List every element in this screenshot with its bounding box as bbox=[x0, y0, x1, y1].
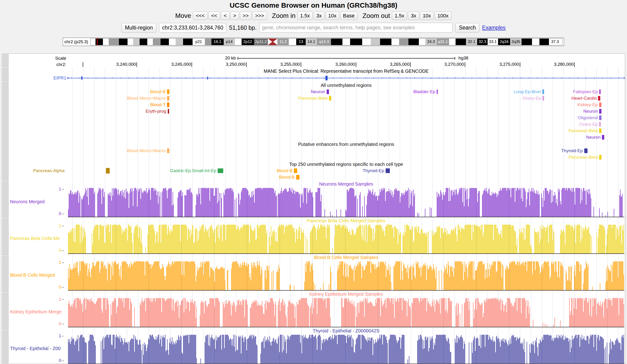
ideogram-band[interactable] bbox=[408, 39, 419, 45]
ideogram-band[interactable] bbox=[268, 39, 277, 45]
ideogram-band[interactable] bbox=[169, 39, 175, 45]
ideogram-band[interactable] bbox=[153, 39, 160, 45]
annotation-item[interactable]: Blood-B bbox=[294, 168, 297, 173]
gene-exon[interactable] bbox=[325, 76, 327, 80]
ideogram-band[interactable] bbox=[183, 39, 193, 45]
ideogram-band[interactable]: 2q34 bbox=[498, 39, 510, 45]
track-config-button[interactable] bbox=[2, 219, 9, 255]
annotation-item[interactable]: Pancreas-Beta bbox=[599, 128, 601, 133]
zoom-in-button[interactable]: 10x bbox=[325, 12, 339, 20]
move-button[interactable]: <<< bbox=[193, 12, 208, 20]
annotation-item[interactable]: Fallopian-Ep bbox=[599, 89, 601, 94]
ideogram-band[interactable] bbox=[380, 39, 391, 45]
ideogram-band[interactable] bbox=[522, 39, 532, 45]
ideogram-band[interactable] bbox=[160, 39, 169, 45]
ideogram-band[interactable] bbox=[133, 39, 140, 45]
signal-plot[interactable] bbox=[68, 261, 624, 290]
annotation-item[interactable]: Heart-Cardio bbox=[598, 96, 600, 101]
ideogram-band[interactable] bbox=[128, 39, 133, 45]
track-config-button[interactable] bbox=[2, 330, 9, 363]
ideogram-bar[interactable]: p2116.1p142p122p11.211.21314.1q14.324.3q… bbox=[90, 38, 562, 45]
zoom-out-button[interactable]: 100x bbox=[435, 12, 451, 20]
ideogram-band[interactable] bbox=[235, 39, 241, 45]
annotation-item[interactable]: Thyroid-Ep bbox=[584, 149, 587, 153]
zoom-out-button[interactable]: 3x bbox=[408, 12, 419, 20]
annotation-item[interactable]: Gastric-Ep:Small-Int-Ep bbox=[218, 168, 223, 173]
annotation-item[interactable]: Blood-T bbox=[167, 103, 169, 107]
ideogram-band[interactable] bbox=[399, 39, 409, 45]
ideogram-band[interactable] bbox=[331, 39, 342, 45]
ideogram-band[interactable]: 11.2 bbox=[277, 39, 289, 45]
annotation-item[interactable]: Ovary-Ep bbox=[599, 122, 601, 127]
ideogram-band[interactable]: 32.1 bbox=[466, 39, 477, 45]
ideogram-band[interactable] bbox=[109, 39, 119, 45]
ideogram-band[interactable] bbox=[532, 39, 539, 45]
ideogram-band[interactable] bbox=[371, 39, 380, 45]
ideogram-band[interactable]: p21 bbox=[193, 39, 205, 45]
ideogram-band[interactable]: 2p11.2 bbox=[254, 39, 268, 45]
track-config-button[interactable] bbox=[2, 256, 9, 292]
signal-plot[interactable] bbox=[68, 298, 624, 327]
annotation-item[interactable]: Neuron bbox=[327, 89, 329, 94]
ideogram-band[interactable]: 2p12 bbox=[242, 39, 254, 45]
gene-name-label[interactable]: EIPR1 bbox=[8, 75, 68, 82]
track-config-button[interactable] bbox=[2, 54, 9, 67]
ideogram-band[interactable] bbox=[391, 39, 399, 45]
gene-exon[interactable] bbox=[81, 76, 82, 80]
annotation-item[interactable]: Ovary-Ep bbox=[542, 96, 544, 101]
ideogram-band[interactable]: 24.3 bbox=[425, 39, 437, 45]
signal-plot[interactable] bbox=[68, 225, 624, 254]
ideogram-band[interactable]: q31.1 bbox=[437, 39, 449, 45]
ideogram-band[interactable] bbox=[91, 39, 95, 45]
annotation-item[interactable]: Pancreas-Beta bbox=[599, 155, 601, 159]
ideogram-band[interactable] bbox=[96, 39, 103, 45]
gene-exon[interactable] bbox=[207, 77, 208, 79]
ideogram-band[interactable] bbox=[119, 39, 128, 45]
ideogram-band[interactable]: q14.3 bbox=[317, 39, 331, 45]
zoom-out-button[interactable]: 1.5x bbox=[392, 12, 407, 20]
annotation-item[interactable]: Neuron bbox=[602, 135, 604, 140]
zoom-in-button[interactable]: 3x bbox=[314, 12, 324, 20]
ideogram-band[interactable]: 33.1 bbox=[488, 39, 498, 45]
ideogram-band[interactable]: 16.1 bbox=[211, 39, 224, 45]
ideogram-band[interactable]: 2q35 bbox=[510, 39, 522, 45]
ideogram-band[interactable]: 32.3 bbox=[477, 39, 488, 45]
signal-plot[interactable] bbox=[68, 335, 624, 364]
track-config-button[interactable] bbox=[2, 293, 9, 330]
move-button[interactable]: >>> bbox=[252, 12, 267, 20]
ideogram-band[interactable] bbox=[103, 39, 108, 45]
signal-plot[interactable] bbox=[68, 188, 624, 217]
annotation-item[interactable]: Eryth-prog bbox=[168, 109, 169, 114]
ideogram-band[interactable] bbox=[342, 39, 350, 45]
annotation-item[interactable]: Thyroid-Ep bbox=[386, 168, 390, 173]
search-input[interactable] bbox=[259, 23, 453, 33]
position-display[interactable]: chr2:3,233,601-3,284,760 bbox=[159, 23, 226, 33]
track-config-button[interactable] bbox=[2, 68, 9, 82]
annotation-item[interactable]: Bladder-Ep bbox=[437, 89, 438, 94]
annotation-item[interactable]: Blood-Mono+Macro bbox=[167, 149, 169, 153]
ideogram-band[interactable] bbox=[140, 39, 147, 45]
annotation-item[interactable]: Blood-B bbox=[296, 175, 300, 180]
ideogram-band[interactable] bbox=[205, 39, 211, 45]
ideogram-band[interactable] bbox=[350, 39, 363, 45]
examples-link[interactable]: Examples bbox=[482, 25, 506, 31]
search-button[interactable]: Search bbox=[455, 23, 479, 33]
track-label[interactable]: Neurons Merged bbox=[10, 199, 45, 205]
ideogram-band[interactable] bbox=[289, 39, 296, 45]
ideogram-band[interactable]: 14.1 bbox=[306, 39, 317, 45]
annotation-item[interactable]: Blood-B bbox=[167, 89, 169, 94]
annotation-item[interactable]: Kidney-Ep bbox=[599, 103, 601, 107]
ideogram-band[interactable]: 13 bbox=[296, 39, 306, 45]
zoom-out-button[interactable]: 10x bbox=[420, 12, 434, 20]
ideogram-band[interactable]: p14 bbox=[224, 39, 235, 45]
ideogram-band[interactable] bbox=[449, 39, 456, 45]
annotation-item[interactable]: Lung-Ep-Bron bbox=[542, 89, 544, 94]
move-button[interactable]: > bbox=[230, 12, 239, 20]
move-button[interactable]: < bbox=[221, 12, 229, 20]
multi-region-button[interactable]: Multi-region bbox=[121, 23, 156, 33]
ideogram-band[interactable] bbox=[147, 39, 153, 45]
annotation-item[interactable]: Blood-Mono+Macro bbox=[167, 96, 169, 101]
ideogram-band[interactable]: 37.3 bbox=[549, 39, 561, 45]
move-button[interactable]: >> bbox=[240, 12, 252, 20]
ideogram-band[interactable] bbox=[539, 39, 549, 45]
